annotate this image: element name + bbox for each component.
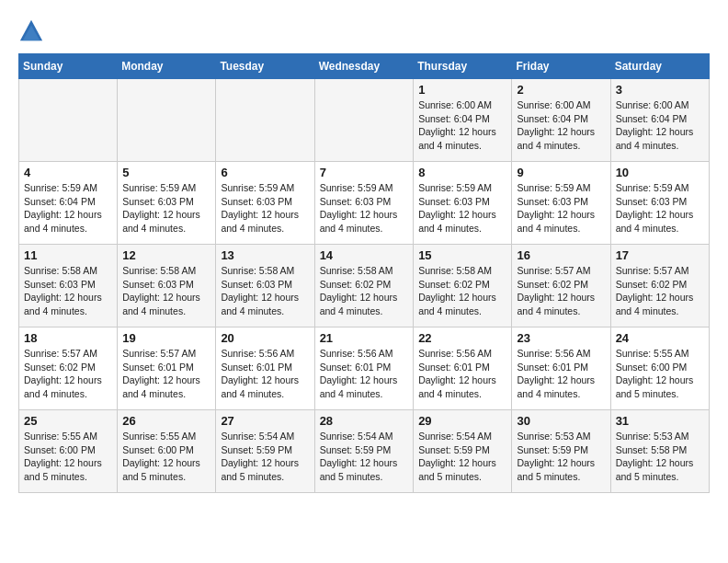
day-number: 1 — [418, 83, 506, 97]
weekday-header-tuesday: Tuesday — [216, 54, 314, 79]
logo — [18, 18, 46, 44]
day-number: 20 — [221, 331, 309, 345]
day-number: 30 — [517, 414, 605, 428]
day-info: Sunrise: 5:54 AMSunset: 5:59 PMDaylight:… — [320, 430, 409, 484]
day-info: Sunrise: 5:57 AMSunset: 6:02 PMDaylight:… — [616, 264, 704, 318]
day-number: 23 — [517, 331, 605, 345]
day-number: 4 — [24, 166, 112, 179]
day-number: 17 — [616, 248, 704, 262]
day-info: Sunrise: 5:56 AMSunset: 6:01 PMDaylight:… — [221, 347, 309, 401]
day-info: Sunrise: 5:59 AMSunset: 6:03 PMDaylight:… — [122, 181, 210, 236]
calendar-cell: 21Sunrise: 5:56 AMSunset: 6:01 PMDayligh… — [314, 327, 414, 410]
day-number: 31 — [616, 414, 704, 428]
calendar-cell: 26Sunrise: 5:55 AMSunset: 6:00 PMDayligh… — [118, 410, 216, 493]
day-info: Sunrise: 5:59 AMSunset: 6:03 PMDaylight:… — [221, 181, 309, 236]
day-number: 27 — [221, 414, 309, 428]
weekday-header-sunday: Sunday — [19, 54, 118, 79]
day-info: Sunrise: 5:59 AMSunset: 6:03 PMDaylight:… — [616, 181, 704, 236]
calendar-cell: 28Sunrise: 5:54 AMSunset: 5:59 PMDayligh… — [314, 410, 414, 493]
day-info: Sunrise: 5:58 AMSunset: 6:02 PMDaylight:… — [418, 264, 506, 318]
day-info: Sunrise: 5:59 AMSunset: 6:03 PMDaylight:… — [517, 181, 605, 236]
day-info: Sunrise: 5:53 AMSunset: 5:59 PMDaylight:… — [517, 430, 605, 484]
day-number: 2 — [517, 83, 605, 97]
day-number: 8 — [418, 166, 506, 179]
weekday-header-monday: Monday — [118, 54, 216, 79]
day-number: 26 — [122, 414, 210, 428]
calendar-cell: 6Sunrise: 5:59 AMSunset: 6:03 PMDaylight… — [216, 162, 314, 245]
day-info: Sunrise: 5:56 AMSunset: 6:01 PMDaylight:… — [320, 347, 409, 401]
calendar-cell: 24Sunrise: 5:55 AMSunset: 6:00 PMDayligh… — [610, 327, 709, 410]
day-info: Sunrise: 5:58 AMSunset: 6:03 PMDaylight:… — [122, 264, 210, 318]
calendar-cell — [314, 79, 414, 162]
day-number: 3 — [616, 83, 704, 97]
day-info: Sunrise: 5:59 AMSunset: 6:04 PMDaylight:… — [24, 181, 112, 236]
weekday-header-row: SundayMondayTuesdayWednesdayThursdayFrid… — [19, 54, 710, 79]
calendar-cell — [118, 79, 216, 162]
weekday-header-friday: Friday — [512, 54, 610, 79]
calendar-cell — [216, 79, 314, 162]
day-info: Sunrise: 5:59 AMSunset: 6:03 PMDaylight:… — [418, 181, 506, 236]
calendar-cell: 2Sunrise: 6:00 AMSunset: 6:04 PMDaylight… — [512, 79, 610, 162]
day-number: 29 — [418, 414, 506, 428]
day-info: Sunrise: 5:58 AMSunset: 6:02 PMDaylight:… — [320, 264, 409, 318]
day-number: 5 — [122, 166, 210, 179]
calendar-table: SundayMondayTuesdayWednesdayThursdayFrid… — [18, 53, 710, 493]
day-number: 24 — [616, 331, 704, 345]
calendar-cell: 16Sunrise: 5:57 AMSunset: 6:02 PMDayligh… — [512, 245, 610, 327]
calendar-week-row: 18Sunrise: 5:57 AMSunset: 6:02 PMDayligh… — [19, 327, 710, 410]
calendar-body: 1Sunrise: 6:00 AMSunset: 6:04 PMDaylight… — [19, 79, 710, 493]
calendar-header: SundayMondayTuesdayWednesdayThursdayFrid… — [19, 54, 710, 79]
day-number: 11 — [24, 248, 112, 262]
day-number: 7 — [320, 166, 409, 179]
day-info: Sunrise: 5:53 AMSunset: 5:58 PMDaylight:… — [616, 430, 704, 484]
day-info: Sunrise: 5:59 AMSunset: 6:03 PMDaylight:… — [320, 181, 409, 236]
calendar-cell: 25Sunrise: 5:55 AMSunset: 6:00 PMDayligh… — [19, 410, 118, 493]
day-number: 15 — [418, 248, 506, 262]
calendar-cell: 8Sunrise: 5:59 AMSunset: 6:03 PMDaylight… — [414, 162, 512, 245]
day-number: 28 — [320, 414, 409, 428]
logo-icon — [18, 18, 44, 44]
calendar-cell: 1Sunrise: 6:00 AMSunset: 6:04 PMDaylight… — [414, 79, 512, 162]
calendar-cell: 10Sunrise: 5:59 AMSunset: 6:03 PMDayligh… — [610, 162, 709, 245]
day-number: 13 — [221, 248, 309, 262]
day-info: Sunrise: 5:58 AMSunset: 6:03 PMDaylight:… — [221, 264, 309, 318]
calendar-cell: 7Sunrise: 5:59 AMSunset: 6:03 PMDaylight… — [314, 162, 414, 245]
day-number: 16 — [517, 248, 605, 262]
calendar-cell: 18Sunrise: 5:57 AMSunset: 6:02 PMDayligh… — [19, 327, 118, 410]
calendar-week-row: 25Sunrise: 5:55 AMSunset: 6:00 PMDayligh… — [19, 410, 710, 493]
day-info: Sunrise: 5:55 AMSunset: 6:00 PMDaylight:… — [122, 430, 210, 484]
weekday-header-wednesday: Wednesday — [314, 54, 414, 79]
day-info: Sunrise: 5:57 AMSunset: 6:02 PMDaylight:… — [517, 264, 605, 318]
day-number: 12 — [122, 248, 210, 262]
calendar-cell: 22Sunrise: 5:56 AMSunset: 6:01 PMDayligh… — [414, 327, 512, 410]
calendar-cell: 19Sunrise: 5:57 AMSunset: 6:01 PMDayligh… — [118, 327, 216, 410]
calendar-cell: 9Sunrise: 5:59 AMSunset: 6:03 PMDaylight… — [512, 162, 610, 245]
day-info: Sunrise: 5:56 AMSunset: 6:01 PMDaylight:… — [418, 347, 506, 401]
day-info: Sunrise: 5:57 AMSunset: 6:01 PMDaylight:… — [122, 347, 210, 401]
calendar-cell: 15Sunrise: 5:58 AMSunset: 6:02 PMDayligh… — [414, 245, 512, 327]
calendar-cell: 4Sunrise: 5:59 AMSunset: 6:04 PMDaylight… — [19, 162, 118, 245]
calendar-cell: 11Sunrise: 5:58 AMSunset: 6:03 PMDayligh… — [19, 245, 118, 327]
calendar-cell: 31Sunrise: 5:53 AMSunset: 5:58 PMDayligh… — [610, 410, 709, 493]
page-header — [18, 18, 710, 44]
day-info: Sunrise: 6:00 AMSunset: 6:04 PMDaylight:… — [418, 98, 506, 153]
calendar-cell — [19, 79, 118, 162]
day-info: Sunrise: 5:56 AMSunset: 6:01 PMDaylight:… — [517, 347, 605, 401]
calendar-week-row: 1Sunrise: 6:00 AMSunset: 6:04 PMDaylight… — [19, 79, 710, 162]
calendar-cell: 29Sunrise: 5:54 AMSunset: 5:59 PMDayligh… — [414, 410, 512, 493]
calendar-cell: 20Sunrise: 5:56 AMSunset: 6:01 PMDayligh… — [216, 327, 314, 410]
weekday-header-saturday: Saturday — [610, 54, 709, 79]
day-number: 6 — [221, 166, 309, 179]
calendar-cell: 23Sunrise: 5:56 AMSunset: 6:01 PMDayligh… — [512, 327, 610, 410]
day-number: 25 — [24, 414, 112, 428]
day-info: Sunrise: 5:54 AMSunset: 5:59 PMDaylight:… — [418, 430, 506, 484]
day-number: 14 — [320, 248, 409, 262]
day-info: Sunrise: 5:58 AMSunset: 6:03 PMDaylight:… — [24, 264, 112, 318]
day-info: Sunrise: 6:00 AMSunset: 6:04 PMDaylight:… — [616, 98, 704, 153]
calendar-cell: 27Sunrise: 5:54 AMSunset: 5:59 PMDayligh… — [216, 410, 314, 493]
calendar-cell: 14Sunrise: 5:58 AMSunset: 6:02 PMDayligh… — [314, 245, 414, 327]
day-info: Sunrise: 6:00 AMSunset: 6:04 PMDaylight:… — [517, 98, 605, 153]
calendar-cell: 30Sunrise: 5:53 AMSunset: 5:59 PMDayligh… — [512, 410, 610, 493]
day-info: Sunrise: 5:55 AMSunset: 6:00 PMDaylight:… — [24, 430, 112, 484]
calendar-cell: 17Sunrise: 5:57 AMSunset: 6:02 PMDayligh… — [610, 245, 709, 327]
